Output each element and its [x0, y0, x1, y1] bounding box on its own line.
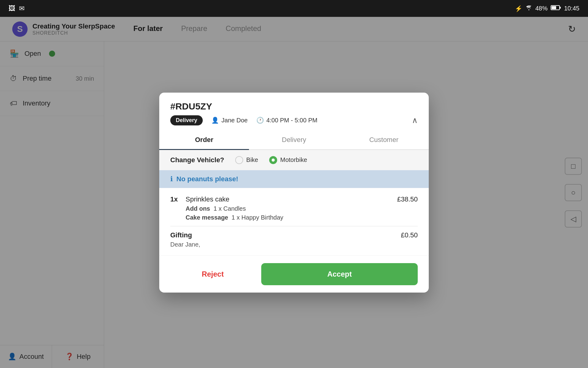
- delivery-badge: Delivery: [170, 115, 203, 125]
- tab-order[interactable]: Order: [159, 130, 249, 149]
- tab-customer[interactable]: Customer: [339, 130, 429, 149]
- addon-value-2: 1 x Happy Birthday: [232, 214, 283, 221]
- order-id: #RDU5ZY: [170, 101, 418, 112]
- accept-button[interactable]: Accept: [261, 263, 418, 285]
- battery-indicator: 48%: [535, 5, 548, 12]
- order-item-row: 1x Sprinkles cake Add ons 1 x Candles Ca…: [170, 195, 418, 221]
- battery-icon: [551, 5, 561, 12]
- vehicle-selector: Change Vehicle? Bike Motorbike: [159, 150, 429, 170]
- modal-meta: Delivery 👤 Jane Doe 🕐 4:00 PM - 5:00 PM …: [170, 115, 418, 125]
- status-icon-1: 🖼: [9, 5, 15, 13]
- status-icon-2: ✉: [19, 5, 24, 13]
- info-icon: ℹ: [170, 175, 173, 183]
- svg-rect-1: [560, 7, 561, 9]
- order-items: 1x Sprinkles cake Add ons 1 x Candles Ca…: [159, 188, 429, 255]
- gifting-price: £0.50: [401, 231, 418, 239]
- motorbike-label: Motorbike: [280, 156, 307, 163]
- time-slot-display: 🕐 4:00 PM - 5:00 PM: [256, 117, 318, 124]
- gifting-row: Gifting Dear Jane, £0.50: [170, 231, 418, 248]
- time-icon: 🕐: [256, 117, 264, 124]
- status-bar-left: 🖼 ✉: [9, 5, 24, 13]
- person-icon: 👤: [211, 117, 219, 124]
- svg-rect-2: [552, 6, 556, 9]
- item-qty: 1x: [170, 195, 186, 203]
- background-app: S Creating Your SlerpSpace SHOREDITCH Fo…: [0, 17, 588, 368]
- collapse-button[interactable]: ∧: [412, 116, 418, 125]
- item-name: Sprinkles cake: [186, 195, 397, 203]
- modal-header: #RDU5ZY Delivery 👤 Jane Doe 🕐 4:00 PM - …: [159, 93, 429, 130]
- gifting-message: Dear Jane,: [170, 241, 200, 248]
- order-divider: [170, 226, 418, 226]
- item-addon-2: Cake message 1 x Happy Birthday: [186, 214, 397, 221]
- gifting-title: Gifting: [170, 231, 200, 239]
- reject-button[interactable]: Reject: [170, 263, 255, 285]
- wifi-icon: [526, 5, 532, 12]
- time-slot: 4:00 PM - 5:00 PM: [266, 117, 318, 124]
- motorbike-radio[interactable]: [269, 156, 277, 164]
- bike-option[interactable]: Bike: [235, 156, 258, 164]
- alert-text: No peanuts please!: [176, 175, 238, 183]
- gifting-left: Gifting Dear Jane,: [170, 231, 200, 248]
- item-addon-1: Add ons 1 x Candles: [186, 205, 397, 212]
- time-display: 10:45: [564, 5, 579, 12]
- bike-radio[interactable]: [235, 156, 243, 164]
- modal-tabs: Order Delivery Customer: [159, 130, 429, 150]
- addon-value-1: 1 x Candles: [213, 205, 246, 212]
- tab-delivery[interactable]: Delivery: [249, 130, 339, 149]
- customer-name-display: 👤 Jane Doe: [211, 117, 248, 124]
- modal-footer: Reject Accept: [159, 255, 429, 293]
- order-modal: #RDU5ZY Delivery 👤 Jane Doe 🕐 4:00 PM - …: [159, 93, 429, 293]
- status-bar: 🖼 ✉ ⚡ 48% 10:45: [0, 0, 588, 17]
- vehicle-label: Change Vehicle?: [170, 156, 224, 164]
- item-price: £38.50: [397, 195, 418, 203]
- customer-name: Jane Doe: [221, 117, 248, 124]
- addon-label-2: Cake message: [186, 214, 228, 221]
- item-details: Sprinkles cake Add ons 1 x Candles Cake …: [186, 195, 397, 221]
- bike-label: Bike: [246, 156, 258, 163]
- status-bar-right: ⚡ 48% 10:45: [515, 5, 579, 12]
- alert-banner: ℹ No peanuts please!: [159, 170, 429, 188]
- motorbike-option[interactable]: Motorbike: [269, 156, 307, 164]
- addon-label-1: Add ons: [186, 205, 210, 212]
- bluetooth-icon: ⚡: [515, 5, 522, 12]
